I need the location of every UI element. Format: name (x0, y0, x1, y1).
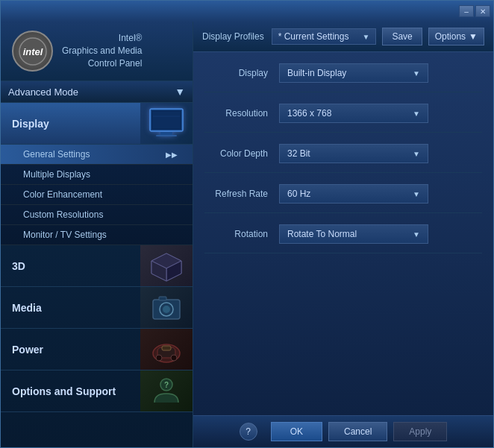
svg-rect-15 (159, 297, 166, 300)
title-bar: – ✕ (1, 1, 493, 22)
options-button-arrow-icon: ▼ (469, 31, 478, 42)
nav-item-3d[interactable]: 3D (1, 245, 193, 287)
refresh-rate-dropdown[interactable]: 60 Hz ▼ (279, 184, 428, 204)
display-thumbnail (140, 103, 193, 144)
resolution-dropdown-text: 1366 x 768 (287, 108, 413, 119)
svg-text:?: ? (164, 381, 169, 389)
mode-selector-label: Advanced Mode (8, 86, 175, 98)
3d-thumbnail (140, 245, 193, 286)
svg-point-18 (156, 355, 162, 361)
refresh-rate-label: Refresh Rate (204, 189, 279, 199)
options-button-label: Options (435, 31, 466, 42)
content-area: intel Intel® Graphics and Media Control … (1, 22, 493, 447)
svg-rect-4 (160, 132, 172, 135)
resolution-label: Resolution (204, 108, 279, 119)
sub-item-monitor-tv-settings[interactable]: Monitor / TV Settings (1, 225, 193, 245)
display-dropdown-text: Built-in Display (287, 68, 413, 78)
sub-item-general-settings-arrow-icon: ▶▶ (166, 151, 178, 159)
nav-item-display[interactable]: Display (1, 103, 193, 245)
resolution-dropdown-arrow-icon: ▼ (413, 110, 420, 118)
sub-item-color-enhancement-label: Color Enhancement (23, 189, 102, 200)
svg-rect-6 (153, 112, 180, 128)
options-thumbnail: ? (140, 370, 193, 411)
sub-item-general-settings-label: General Settings (23, 149, 90, 160)
options-button[interactable]: Options ▼ (428, 28, 484, 45)
rotation-row: Rotation Rotate To Normal ▼ (204, 224, 482, 253)
color-depth-dropdown[interactable]: 32 Bit ▼ (279, 144, 428, 163)
profiles-dropdown[interactable]: * Current Settings ▼ (272, 28, 377, 45)
resolution-dropdown[interactable]: 1366 x 768 ▼ (279, 104, 428, 123)
sub-item-monitor-tv-settings-label: Monitor / TV Settings (23, 230, 107, 240)
nav-item-3d-label: 3D (1, 253, 140, 280)
help-button[interactable]: ? (240, 423, 257, 441)
media-thumbnail (140, 287, 193, 328)
nav-item-3d-main[interactable]: 3D (1, 245, 193, 287)
panel-title: Intel® Graphics and Media Control Panel (62, 32, 142, 69)
bottom-buttons: ? OK Cancel Apply (193, 415, 493, 447)
display-dropdown-arrow-icon: ▼ (413, 69, 420, 78)
minimize-button[interactable]: – (459, 5, 474, 17)
nav-item-power-main[interactable]: Power (1, 329, 193, 370)
nav-item-display-label: Display (1, 110, 140, 137)
mode-selector-arrow-icon: ▼ (175, 86, 185, 98)
color-depth-dropdown-arrow-icon: ▼ (413, 150, 420, 158)
svg-text:intel: intel (22, 46, 43, 57)
mode-selector[interactable]: Advanced Mode ▼ (1, 81, 193, 103)
rotation-dropdown-arrow-icon: ▼ (413, 230, 420, 239)
cancel-button[interactable]: Cancel (328, 422, 387, 441)
sub-item-custom-resolutions[interactable]: Custom Resolutions (1, 205, 193, 225)
nav-item-display-main[interactable]: Display (1, 103, 193, 145)
svg-point-19 (171, 355, 177, 361)
nav-item-media-main[interactable]: Media (1, 287, 193, 329)
profiles-dropdown-arrow-icon: ▼ (362, 33, 369, 41)
settings-form: Display Built-in Display ▼ Resolution 13… (193, 52, 493, 415)
display-sub-items: General Settings ▶▶ Multiple Displays Co… (1, 145, 193, 245)
refresh-rate-dropdown-arrow-icon: ▼ (413, 190, 420, 198)
main-window: – ✕ intel Intel® Graphics and Media Cont… (0, 0, 494, 448)
close-button[interactable]: ✕ (475, 5, 490, 17)
logo-area: intel Intel® Graphics and Media Control … (1, 22, 193, 81)
color-depth-dropdown-text: 32 Bit (287, 148, 413, 159)
refresh-rate-row: Refresh Rate 60 Hz ▼ (204, 184, 482, 213)
nav-item-power-label: Power (1, 336, 140, 363)
ok-button[interactable]: OK (271, 422, 322, 441)
display-row: Display Built-in Display ▼ (204, 63, 482, 92)
nav-item-options-support[interactable]: Options and Support ? (1, 370, 193, 412)
intel-logo: intel (12, 31, 53, 72)
nav-item-options-main[interactable]: Options and Support ? (1, 370, 193, 412)
color-depth-row: Color Depth 32 Bit ▼ (204, 144, 482, 173)
save-button[interactable]: Save (382, 28, 422, 45)
sub-item-color-enhancement[interactable]: Color Enhancement (1, 185, 193, 205)
power-thumbnail (140, 329, 193, 370)
sub-item-multiple-displays-label: Multiple Displays (23, 169, 90, 180)
sub-item-custom-resolutions-label: Custom Resolutions (23, 209, 103, 220)
rotation-dropdown[interactable]: Rotate To Normal ▼ (279, 224, 428, 244)
profiles-label: Display Profiles (202, 31, 264, 42)
color-depth-label: Color Depth (204, 148, 279, 159)
right-panel: Display Profiles * Current Settings ▼ Sa… (193, 22, 493, 447)
nav-item-media[interactable]: Media (1, 287, 193, 329)
sub-item-general-settings[interactable]: General Settings ▶▶ (1, 145, 193, 165)
nav-item-power[interactable]: Power (1, 329, 193, 370)
resolution-row: Resolution 1366 x 768 ▼ (204, 104, 482, 133)
nav-item-options-label: Options and Support (1, 378, 140, 405)
profiles-bar: Display Profiles * Current Settings ▼ Sa… (193, 22, 493, 52)
refresh-rate-dropdown-text: 60 Hz (287, 189, 413, 199)
display-dropdown[interactable]: Built-in Display ▼ (279, 63, 428, 83)
profiles-dropdown-text: * Current Settings (278, 31, 363, 42)
nav-item-media-label: Media (1, 294, 140, 321)
rotation-dropdown-text: Rotate To Normal (287, 229, 413, 239)
rotation-label: Rotation (204, 229, 279, 239)
sub-item-multiple-displays[interactable]: Multiple Displays (1, 165, 193, 185)
svg-rect-20 (162, 346, 171, 350)
svg-rect-5 (156, 135, 177, 136)
display-label: Display (204, 68, 279, 78)
left-panel: intel Intel® Graphics and Media Control … (1, 22, 193, 447)
apply-button[interactable]: Apply (393, 422, 447, 441)
svg-point-14 (163, 306, 170, 313)
